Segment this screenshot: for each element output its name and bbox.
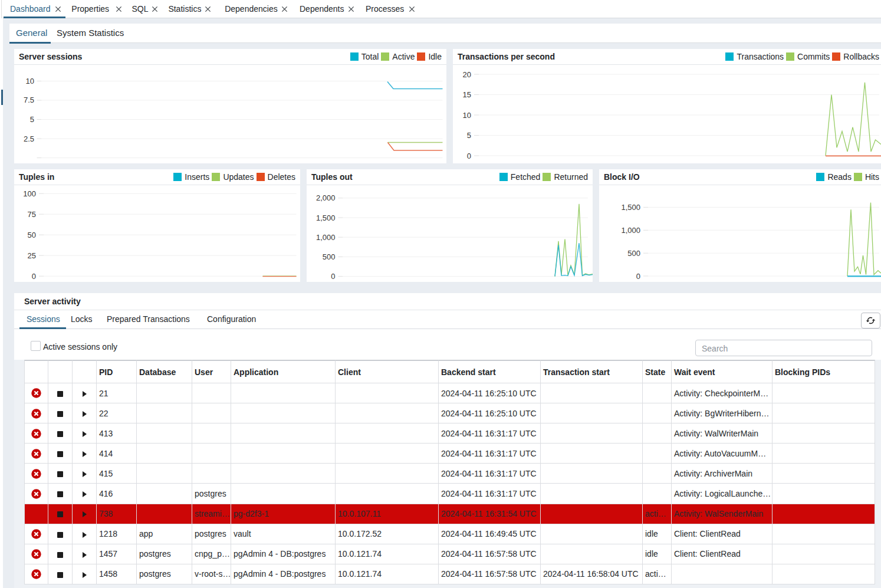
svg-text:0: 0	[467, 152, 471, 160]
svg-text:0: 0	[331, 272, 335, 281]
svg-text:5: 5	[467, 131, 471, 140]
svg-text:50: 50	[28, 231, 36, 239]
svg-text:1,000: 1,000	[621, 226, 640, 235]
svg-text:5: 5	[30, 115, 34, 124]
svg-text:1,000: 1,000	[316, 233, 336, 242]
svg-text:25: 25	[28, 251, 36, 260]
svg-text:10: 10	[26, 77, 34, 86]
svg-text:500: 500	[323, 252, 336, 261]
svg-text:1,500: 1,500	[316, 213, 336, 222]
svg-text:2.5: 2.5	[24, 134, 34, 143]
svg-text:0: 0	[636, 272, 640, 281]
svg-text:20: 20	[463, 70, 471, 79]
svg-text:7.5: 7.5	[24, 96, 34, 104]
svg-text:15: 15	[463, 90, 471, 99]
svg-text:500: 500	[627, 249, 640, 258]
svg-text:75: 75	[28, 210, 36, 219]
svg-text:100: 100	[23, 189, 36, 198]
svg-text:10: 10	[463, 111, 471, 120]
svg-text:2,000: 2,000	[316, 193, 336, 202]
svg-text:1,500: 1,500	[621, 203, 640, 212]
svg-text:0: 0	[32, 272, 36, 281]
